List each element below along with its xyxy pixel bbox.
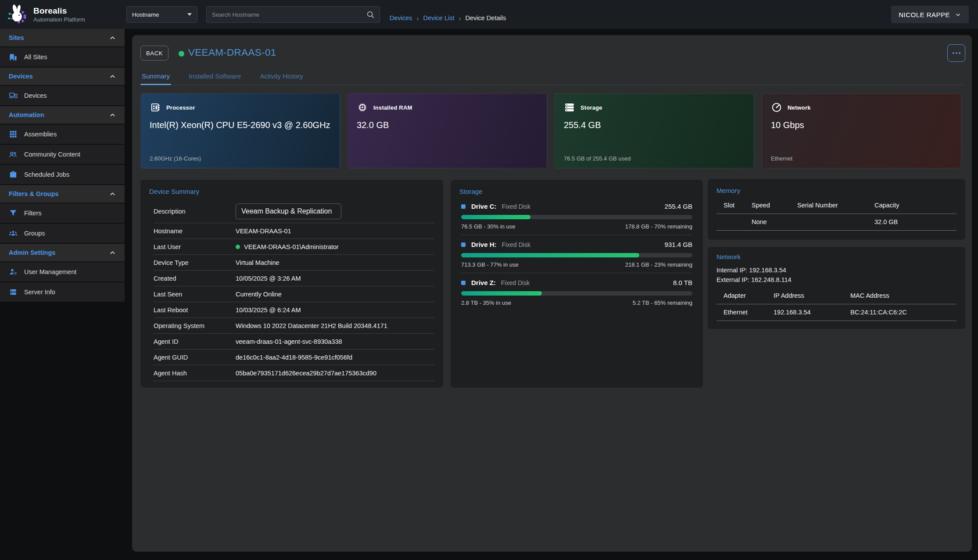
network-panel: Network Internal IP: 192.168.3.54 Extern…: [708, 247, 965, 329]
summary-row-value: de16c0c1-8aa2-4d18-9585-9ce91cf056fd: [236, 354, 352, 361]
summary-row-label: Description: [154, 208, 236, 215]
sidebar-section-label: Devices: [9, 73, 33, 80]
sidebar-item-community-content[interactable]: Community Content: [0, 145, 125, 164]
sidebar-item-server-info[interactable]: Server Info: [0, 282, 125, 302]
chevron-up-icon: [109, 250, 116, 256]
summary-row-label: Last User: [154, 243, 236, 250]
network-panel-title: Network: [708, 247, 965, 260]
brand-subtitle: Automation Platform: [33, 16, 85, 23]
search-input[interactable]: [207, 7, 366, 22]
column-header-ip-address: IP Address: [774, 289, 850, 304]
sidebar-section-admin-settings[interactable]: Admin Settings: [0, 244, 125, 261]
table-row: None32.0 GB: [716, 214, 957, 231]
sidebar-section-label: Sites: [9, 34, 24, 41]
building-icon: [9, 53, 18, 61]
column-header-adapter: Adapter: [716, 289, 774, 304]
internal-ip: Internal IP: 192.168.3.54: [716, 265, 957, 275]
sidebar-section-label: Filters & Groups: [9, 190, 59, 197]
sidebar-item-label: Assemblies: [24, 131, 57, 138]
user-menu-button[interactable]: NICOLE RAPPE: [891, 6, 969, 23]
table-row: Ethernet192.168.3.54BC:24:11:CA:C6:2C: [716, 304, 957, 321]
column-header-speed: Speed: [752, 198, 797, 214]
summary-row-value: Virtual Machine: [236, 259, 279, 266]
sidebar-item-label: Groups: [24, 230, 45, 237]
summary-row-value: [236, 203, 341, 219]
drive-bullet-icon: [461, 243, 466, 247]
drive-usage-bar: [461, 253, 692, 257]
user-name: NICOLE RAPPE: [899, 11, 950, 18]
chevron-up-icon: [109, 112, 116, 118]
breadcrumb-device-list[interactable]: Device List: [423, 14, 455, 21]
table-cell: None: [752, 214, 797, 231]
drive-used-text: 76.5 GB - 30% in use: [461, 223, 516, 230]
summary-row-device-type: Device TypeVirtual Machine: [154, 255, 434, 271]
column-header-serial-number: Serial Number: [797, 198, 874, 214]
sidebar-item-devices[interactable]: Devices: [0, 86, 125, 105]
table-cell: Ethernet: [716, 304, 774, 321]
network-adapter-table: AdapterIP AddressMAC AddressEthernet192.…: [716, 289, 957, 321]
sidebar-item-all-sites[interactable]: All Sites: [0, 47, 125, 67]
breadcrumb-devices[interactable]: Devices: [390, 14, 412, 21]
column-header-capacity: Capacity: [874, 198, 957, 214]
stat-card-footer: Ethernet: [771, 155, 792, 162]
external-ip: External IP: 162.248.8.114: [716, 275, 957, 285]
drive-row-drive-c: Drive C:Fixed Disk255.4 GB76.5 GB - 30% …: [461, 197, 692, 235]
chevron-up-icon: [109, 191, 116, 197]
stat-card-processor: ProcessorIntel(R) Xeon(R) CPU E5-2690 v3…: [140, 93, 340, 168]
back-button[interactable]: BACK: [140, 46, 168, 61]
sidebar-section-sites[interactable]: Sites: [0, 29, 125, 46]
more-actions-button[interactable]: [947, 44, 965, 62]
online-status-dot: [236, 245, 240, 249]
sidebar-item-filters[interactable]: Filters: [0, 203, 125, 223]
sidebar-item-label: All Sites: [24, 54, 47, 61]
search-box: [206, 6, 380, 23]
summary-row-operating-system: Operating SystemWindows 10 2022 Datacent…: [154, 318, 434, 334]
sidebar-section-automation[interactable]: Automation: [0, 106, 125, 124]
sidebar-item-label: User Management: [24, 268, 76, 275]
summary-row-value: VEEAM-DRAAS-01: [236, 228, 291, 235]
summary-row-value: VEEAM-DRAAS-01\Administrator: [236, 243, 339, 250]
search-icon[interactable]: [366, 10, 375, 19]
drive-row-drive-z: Drive Z:Fixed Disk8.0 TB2.8 TB - 35% in …: [461, 273, 692, 311]
summary-row-value: Windows 10 2022 Datacenter 21H2 Build 20…: [236, 322, 387, 329]
tab-summary[interactable]: Summary: [140, 68, 171, 85]
sidebar-item-label: Server Info: [24, 289, 55, 296]
stat-card-value: 32.0 GB: [357, 119, 538, 131]
tab-activity-history[interactable]: Activity History: [258, 68, 304, 85]
sidebar-section-label: Admin Settings: [9, 249, 55, 256]
summary-row-label: Hostname: [154, 228, 236, 235]
stat-card-value: 10 Gbps: [771, 119, 952, 131]
brand-logo[interactable]: Borealis Automation Platform: [5, 2, 85, 27]
tab-installed-software[interactable]: Installed Software: [187, 68, 242, 85]
drive-usage-fill: [461, 291, 542, 296]
chevron-up-icon: [109, 35, 116, 41]
summary-row-created: Created10/05/2025 @ 3:26 AM: [154, 271, 434, 286]
sidebar-item-user-management[interactable]: User Management: [0, 262, 125, 282]
search-field-select[interactable]: Hostname: [126, 6, 197, 23]
online-status-dot: [179, 51, 184, 57]
summary-row-last-user: Last UserVEEAM-DRAAS-01\Administrator: [154, 239, 434, 255]
device-summary-panel: Device Summary DescriptionHostnameVEEAM-…: [140, 180, 443, 388]
memory-panel-title: Memory: [708, 179, 965, 194]
sidebar-item-groups[interactable]: Groups: [0, 224, 125, 243]
cpu-icon: [150, 102, 161, 113]
column-header-mac-address: MAC Address: [850, 289, 957, 304]
summary-row-value: Currently Online: [236, 291, 282, 298]
stat-card-footer: 2.60GHz (16-Cores): [150, 155, 201, 162]
description-input[interactable]: [236, 203, 341, 219]
summary-row-last-reboot: Last Reboot10/03/2025 @ 6:24 AM: [154, 302, 434, 318]
drive-usage-fill: [461, 215, 530, 219]
stat-card-installed-ram: Installed RAM32.0 GB: [347, 93, 547, 168]
drive-used-text: 2.8 TB - 35% in use: [461, 300, 511, 306]
sidebar-item-assemblies[interactable]: Assemblies: [0, 125, 125, 144]
stat-card-storage: Storage255.4 GB76.5 GB of 255.4 GB used: [555, 93, 754, 168]
drive-usage-fill: [461, 253, 639, 257]
sidebar-item-scheduled-jobs[interactable]: Scheduled Jobs: [0, 165, 125, 184]
sidebar-section-filters-groups[interactable]: Filters & Groups: [0, 185, 125, 203]
drive-list: Drive C:Fixed Disk255.4 GB76.5 GB - 30% …: [451, 197, 703, 311]
summary-row-value: 10/05/2025 @ 3:26 AM: [236, 275, 301, 282]
breadcrumb: Devices›Device List›Device Details: [390, 4, 506, 32]
sidebar-section-devices[interactable]: Devices: [0, 68, 125, 85]
stat-card-title: Installed RAM: [373, 104, 412, 111]
user-gear-icon: [9, 268, 18, 276]
